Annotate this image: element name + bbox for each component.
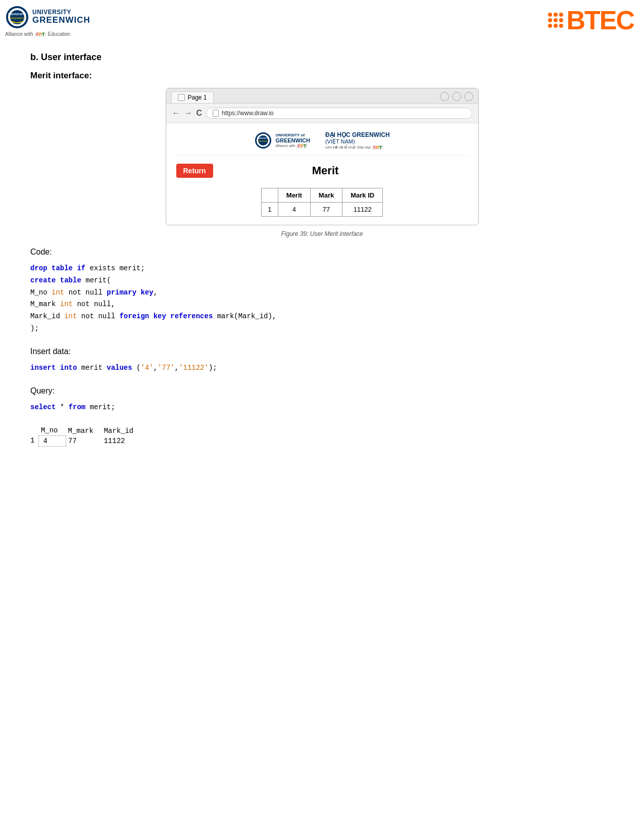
svg-text:UNIVERSITY: UNIVERSITY: [8, 13, 26, 16]
table-header-rownum: [261, 188, 278, 203]
tab-page-icon: [178, 94, 185, 101]
inner-viet-nam: (VIỆT NAM): [325, 138, 355, 145]
table-cell-merit: 4: [278, 203, 310, 217]
query-result-table: M_no M_mark Mark_id 4 77 11122: [38, 425, 141, 447]
code-line-6: );: [30, 323, 614, 335]
query-result: 1 M_no M_mark Mark_id 4 77 11122: [30, 425, 614, 447]
merit-table: Merit Mark Mark ID 1 4 77 11122: [261, 188, 383, 217]
merit-interface-label: Merit interface:: [30, 71, 614, 81]
table-cell-markid: 11122: [342, 203, 383, 217]
inner-page-header: UNIVERSITY GREENWICH UNIVERSITY of GREEN…: [176, 131, 468, 156]
inner-alliance-line: Alliance with FPT: [275, 143, 310, 149]
code-line-3: M_no int not null primary key,: [30, 287, 614, 299]
inner-uni-left: UNIVERSITY GREENWICH UNIVERSITY of GREEN…: [254, 131, 310, 150]
qr-header-markid: Mark_id: [102, 425, 141, 436]
url-bar: ← → C https://www.draw.io: [166, 104, 478, 123]
uog-emblem-icon: UNIVERSITY GREENWICH: [5, 5, 29, 29]
table-header-mark: Mark: [310, 188, 342, 203]
tab-label: Page 1: [188, 94, 207, 101]
university-logo: UNIVERSITY GREENWICH UNIVERSITY GREENWIC…: [5, 5, 90, 37]
insert-line: insert into merit values ('4','77','1112…: [30, 362, 614, 374]
window-controls: [440, 92, 473, 103]
alliance-text: Alliance with: [5, 31, 33, 37]
qr-header-mno: M_no: [39, 425, 66, 436]
table-header-merit: Merit: [278, 188, 310, 203]
qr-header-mmark: M_mark: [66, 425, 102, 436]
insert-code-block: insert into merit values ('4','77','1112…: [30, 360, 614, 376]
maximize-btn[interactable]: [452, 92, 461, 101]
table-cell-rownum: 1: [261, 203, 278, 217]
refresh-button[interactable]: C: [196, 109, 203, 118]
code-label: Code:: [30, 248, 614, 257]
forward-button[interactable]: →: [184, 109, 192, 118]
code-line-1: drop table if exists merit;: [30, 263, 614, 275]
btec-logo: BTEC: [548, 5, 634, 35]
tab-bar: Page 1: [166, 88, 478, 104]
minimize-btn[interactable]: [440, 92, 449, 101]
table-header-markid: Mark ID: [342, 188, 383, 203]
section-heading: b. User interface: [30, 52, 614, 63]
qr-cell-mno: 4: [39, 436, 66, 447]
close-btn[interactable]: [464, 92, 473, 101]
url-text: https://www.draw.io: [222, 110, 274, 117]
page-header: UNIVERSITY GREENWICH UNIVERSITY GREENWIC…: [0, 0, 644, 42]
page-main-title: Merit: [223, 164, 428, 177]
qr-row: 4 77 11122: [39, 436, 141, 447]
table-cell-mark: 77: [310, 203, 342, 217]
code-line-5: Mark_id int not null foreign key referen…: [30, 311, 614, 323]
page-title-row: Return Merit: [176, 164, 468, 178]
education-text: Education: [48, 31, 70, 37]
figure-caption: Figure 39: User Merit interface: [30, 230, 614, 237]
greenwich-label: GREENWICH: [32, 16, 90, 25]
qr-cell-mmark: 77: [66, 436, 102, 447]
merit-table-container: Merit Mark Mark ID 1 4 77 11122: [176, 188, 468, 217]
browser-mockup: Page 1 ← → C https://www.draw.io: [166, 88, 479, 225]
query-line: select * from merit;: [30, 402, 614, 414]
main-content: b. User interface Merit interface: Page …: [0, 42, 644, 457]
code-block: drop table if exists merit; create table…: [30, 261, 614, 337]
browser-page-content: UNIVERSITY GREENWICH UNIVERSITY of GREEN…: [166, 123, 478, 225]
inner-greenwich-label: GREENWICH: [275, 137, 310, 143]
btec-text: BTEC: [566, 5, 634, 35]
table-row: 1 4 77 11122: [261, 203, 382, 217]
svg-text:UNIVERSITY: UNIVERSITY: [257, 137, 269, 139]
svg-text:GREENWICH: GREENWICH: [258, 140, 269, 142]
inner-fpt-badge-right: FPT: [372, 145, 383, 150]
inner-lien-ket: Liên kết với tổ chức Giáo dục FPT: [325, 145, 383, 150]
browser-tab[interactable]: Page 1: [171, 91, 214, 103]
back-button[interactable]: ←: [172, 109, 180, 118]
inner-uni-right: ĐẠI HỌC GREENWICH (VIỆT NAM) Liên kết vớ…: [325, 131, 390, 150]
fpt-badge: FPT: [35, 32, 46, 37]
svg-text:GREENWICH: GREENWICH: [9, 17, 25, 20]
inner-fpt-badge: FPT: [296, 143, 308, 149]
url-input[interactable]: https://www.draw.io: [206, 108, 472, 119]
query-row-num: 1: [30, 425, 34, 445]
insert-data-label: Insert data:: [30, 347, 614, 356]
code-line-4: M_mark int not null,: [30, 299, 614, 311]
btec-dots-icon: [548, 13, 563, 28]
qr-cell-markid: 11122: [102, 436, 141, 447]
query-label: Query:: [30, 386, 614, 396]
code-line-2: create table merit(: [30, 275, 614, 287]
inner-dai-hoc: ĐẠI HỌC GREENWICH: [325, 131, 390, 138]
return-button[interactable]: Return: [176, 164, 213, 178]
inner-emblem-icon: UNIVERSITY GREENWICH: [254, 131, 272, 150]
url-page-icon: [213, 110, 219, 117]
inner-university-label: UNIVERSITY of: [275, 133, 310, 137]
query-code-block: select * from merit;: [30, 400, 614, 416]
